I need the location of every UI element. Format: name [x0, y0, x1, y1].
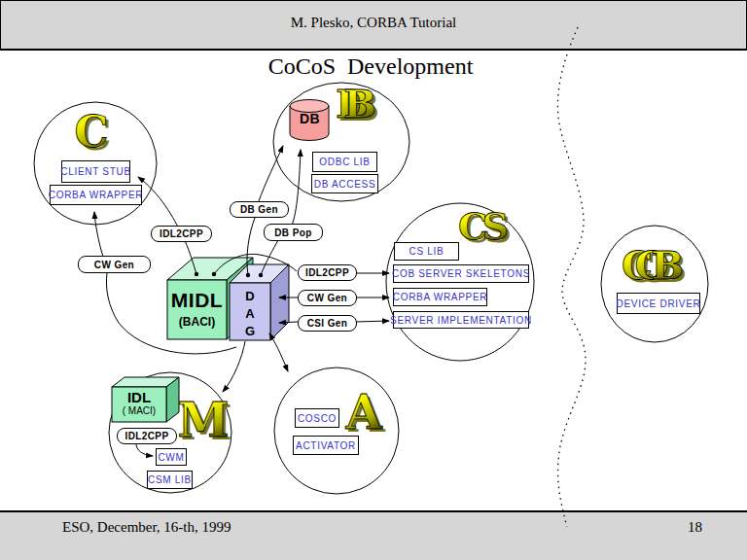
device-driver-box: DEVICE DRIVER — [617, 293, 700, 314]
cob-server-skeletons-box: COB SERVER SKELETONS — [393, 264, 529, 283]
cw-gen-right-label: CW Gen — [298, 290, 357, 306]
db-cylinder-label: DB — [290, 111, 330, 126]
idl-title: IDL — [112, 389, 166, 405]
cw-gen-left-label: CW Gen — [78, 256, 151, 273]
wordart-db: DB — [336, 81, 376, 126]
db-access-box: DB ACCESS — [311, 174, 378, 193]
cs-lib-box: CS LIB — [394, 242, 459, 261]
wavy-divider — [557, 27, 586, 527]
csm-lib-box: CSM LIB — [147, 471, 193, 489]
dag-a: A — [245, 306, 254, 321]
client-stub-box: CLIENT STUB — [61, 160, 130, 183]
idl-subtitle: ( MACI) — [112, 405, 166, 416]
server-implementation-box: SERVER IMPLEMENTATION — [393, 311, 529, 329]
midl-subtitle: (BACI) — [167, 315, 227, 329]
dag-g: G — [245, 324, 255, 338]
dag-letters: DAG — [230, 288, 270, 340]
wordart-cob: COB — [622, 242, 684, 288]
corba-wrapper-cs-box: CORBA WRAPPER — [393, 288, 487, 306]
wordart-a: A — [344, 385, 382, 439]
arrow-to-server-impl — [355, 321, 389, 322]
odbc-lib-box: ODBC LIB — [312, 152, 377, 172]
idl2cpp-left-label: IDL2CPP — [151, 226, 212, 242]
cwm-box: CWM — [156, 448, 187, 466]
idl2cpp-m-label: IDL2CPP — [117, 428, 177, 444]
cosco-box: COSCO — [295, 408, 339, 428]
wordart-m: M — [177, 393, 229, 447]
diagram-layer: C C DB DB CS CS COB COB M M A A — [0, 0, 747, 560]
db-gen-label: DB Gen — [230, 201, 289, 218]
activator-box: ACTIVATOR — [293, 436, 359, 455]
dag-d: D — [245, 289, 254, 303]
midl-title: MIDL — [167, 289, 227, 312]
corba-wrapper-c-box: CORBA WRAPPER — [50, 185, 142, 205]
wordart-c: C — [74, 107, 108, 157]
arrow-to-m-circle — [223, 341, 245, 392]
csi-gen-label: CSI Gen — [298, 315, 357, 332]
wordart-cs: CS — [458, 204, 509, 248]
idl2cpp-right-label: IDL2CPP — [298, 264, 357, 281]
db-pop-label: DB Pop — [264, 224, 323, 241]
slide-canvas: C C DB DB CS CS COB COB M M A A M. Plesk… — [0, 0, 747, 560]
